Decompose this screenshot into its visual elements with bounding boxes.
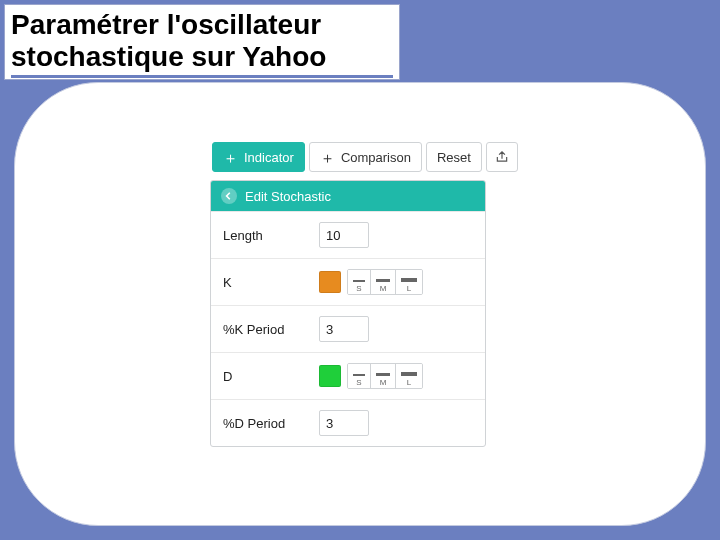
share-button[interactable]	[486, 142, 518, 172]
d-period-input[interactable]	[319, 410, 369, 436]
d-period-label: %D Period	[223, 416, 319, 431]
chart-toolbar: ＋ Indicator ＋ Comparison Reset	[212, 142, 486, 172]
panel-header[interactable]: Edit Stochastic	[211, 181, 485, 211]
length-input[interactable]	[319, 222, 369, 248]
slide-title: Paramétrer l'oscillateur stochastique su…	[11, 9, 393, 78]
k-period-label: %K Period	[223, 322, 319, 337]
k-thickness-selector[interactable]: S M L	[347, 269, 423, 295]
panel-header-title: Edit Stochastic	[245, 189, 331, 204]
row-k: K S M L	[211, 258, 485, 305]
slide-title-card: Paramétrer l'oscillateur stochastique su…	[4, 4, 400, 80]
d-label: D	[223, 369, 319, 384]
d-size-l[interactable]: L	[395, 364, 422, 388]
k-period-input[interactable]	[319, 316, 369, 342]
length-label: Length	[223, 228, 319, 243]
row-k-period: %K Period	[211, 305, 485, 352]
plus-icon: ＋	[320, 150, 335, 165]
d-color-swatch[interactable]	[319, 365, 341, 387]
reset-button[interactable]: Reset	[426, 142, 482, 172]
k-size-m[interactable]: M	[370, 270, 395, 294]
edit-stochastic-panel: Edit Stochastic Length K S M L %K Period…	[210, 180, 486, 447]
reset-button-label: Reset	[437, 150, 471, 165]
indicator-button-label: Indicator	[244, 150, 294, 165]
row-d: D S M L	[211, 352, 485, 399]
share-icon	[495, 150, 509, 164]
k-size-s[interactable]: S	[348, 270, 370, 294]
d-size-m[interactable]: M	[370, 364, 395, 388]
k-size-l[interactable]: L	[395, 270, 422, 294]
row-length: Length	[211, 211, 485, 258]
k-color-swatch[interactable]	[319, 271, 341, 293]
d-thickness-selector[interactable]: S M L	[347, 363, 423, 389]
plus-icon: ＋	[223, 150, 238, 165]
row-d-period: %D Period	[211, 399, 485, 446]
comparison-button-label: Comparison	[341, 150, 411, 165]
indicator-button[interactable]: ＋ Indicator	[212, 142, 305, 172]
yahoo-chart-settings: ＋ Indicator ＋ Comparison Reset Edit Stoc…	[210, 142, 486, 447]
back-icon[interactable]	[221, 188, 237, 204]
k-label: K	[223, 275, 319, 290]
d-size-s[interactable]: S	[348, 364, 370, 388]
comparison-button[interactable]: ＋ Comparison	[309, 142, 422, 172]
